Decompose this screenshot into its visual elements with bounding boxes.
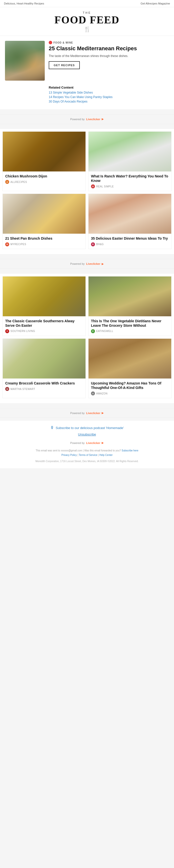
spacer-4 bbox=[0, 271, 174, 274]
source-label-amazon: AMAZON bbox=[96, 392, 108, 395]
tag-dot bbox=[49, 41, 52, 44]
powered-by-banner-2: Powered by Liveclicker ▶ bbox=[0, 259, 174, 269]
source-label-eatingwell: EATINGWELL bbox=[96, 330, 113, 333]
card-title-sheet-pan: 21 Sheet Pan Brunch Dishes bbox=[5, 236, 83, 241]
source-icon-realsimple: R bbox=[91, 184, 95, 188]
powered-arrow-2: ▶ bbox=[102, 262, 104, 266]
related-link-1[interactable]: 13 Simple Vegetable Side Dishes bbox=[49, 91, 169, 94]
spacer-3 bbox=[0, 254, 174, 256]
source-icon-southern-living: S bbox=[5, 329, 9, 333]
card-title-vegetable: This Is The One Vegetable Dietitians Nev… bbox=[91, 319, 169, 328]
top-nav: Delicious, Heart-Healthy Recipes Get All… bbox=[0, 0, 174, 7]
spacer-5 bbox=[0, 403, 174, 406]
source-icon-myrecipes: M bbox=[5, 242, 9, 246]
spacer-1 bbox=[0, 109, 174, 112]
header-the: THE bbox=[5, 11, 169, 14]
related-title: Related Content bbox=[49, 86, 169, 89]
subscribe-here-link[interactable]: Subscribe here bbox=[121, 449, 138, 452]
unsubscribe-link[interactable]: Unsubscribe bbox=[5, 433, 169, 436]
hero-description: The taste of the Mediterranean shines th… bbox=[49, 54, 169, 58]
powered-arrow-3: ▶ bbox=[102, 411, 104, 414]
card-source-chicken-mushroom: A ALLRECIPES bbox=[5, 180, 83, 184]
card-chicken-mushroom: Chicken Mushroom Dijon A ALLRECIPES bbox=[2, 131, 86, 191]
fork-icon: 🍴 bbox=[5, 26, 169, 33]
card-vegetable: This Is The One Vegetable Dietitians Nev… bbox=[88, 276, 172, 336]
help-center-link[interactable]: Help Center bbox=[99, 454, 113, 456]
site-title: FOOD FEED bbox=[5, 15, 169, 25]
card-image-easter-dinner bbox=[89, 194, 171, 234]
powered-by-label-1: Powered by bbox=[70, 118, 85, 121]
card-body-pineapple-casserole: The Classic Casserole Southerners Alway … bbox=[3, 316, 85, 336]
card-title-ranch-water: What Is Ranch Water? Everything You Need… bbox=[91, 174, 169, 183]
source-label-martha-stewart: MARTHA STEWART bbox=[10, 388, 35, 391]
card-image-sheet-pan bbox=[3, 194, 85, 234]
footer-email-note: This email was sent to xxxxxx@gmail.com … bbox=[36, 449, 121, 452]
spacer-2 bbox=[0, 126, 174, 129]
powered-by-label-2: Powered by bbox=[70, 262, 85, 265]
content-grid-section-1: Chicken Mushroom Dijon A ALLRECIPES What… bbox=[0, 129, 174, 254]
card-image-vegetable bbox=[89, 277, 171, 316]
privacy-policy-link[interactable]: Privacy Policy bbox=[61, 454, 77, 456]
card-sheet-pan: 21 Sheet Pan Brunch Dishes M MYRECIPES bbox=[2, 194, 86, 249]
top-nav-right-link[interactable]: Get Allrecipes Magazine bbox=[140, 2, 170, 5]
hero-tag: FOOD & WINE bbox=[49, 41, 169, 44]
powered-by-banner-1: Powered by Liveclicker ▶ bbox=[0, 114, 174, 124]
related-content-section: Related Content 13 Simple Vegetable Side… bbox=[0, 86, 174, 109]
card-source-pineapple-casserole: S SOUTHERN LIVING bbox=[5, 329, 83, 333]
source-label-realsimple: REAL SIMPLE bbox=[96, 185, 114, 188]
card-title-wedding: Upcoming Wedding? Amazon Has Tons Of Tho… bbox=[91, 381, 169, 390]
card-body-vegetable: This Is The One Vegetable Dietitians Nev… bbox=[89, 316, 171, 336]
terms-of-service-link[interactable]: Terms of Service bbox=[79, 454, 97, 456]
hero-content: FOOD & WINE 25 Classic Mediterranean Rec… bbox=[49, 41, 169, 73]
footer-powered-by: Powered by Liveclicker ▶ bbox=[5, 441, 169, 444]
source-icon-amazon: A bbox=[91, 392, 95, 396]
card-title-pineapple-casserole: The Classic Casserole Southerners Alway … bbox=[5, 319, 83, 328]
liveclicker-logo-3: Liveclicker bbox=[86, 412, 100, 414]
card-pineapple-casserole: The Classic Casserole Southerners Alway … bbox=[2, 276, 86, 336]
tag-label: FOOD & WINE bbox=[54, 41, 73, 44]
footer-address: Meredith Corporation, 1716 Locust Street… bbox=[5, 459, 169, 463]
card-image-wedding bbox=[89, 339, 171, 378]
footer-legal: This email was sent to xxxxxx@gmail.com … bbox=[5, 448, 169, 457]
card-wedding: Upcoming Wedding? Amazon Has Tons Of Tho… bbox=[88, 338, 172, 398]
card-grid-1: Chicken Mushroom Dijon A ALLRECIPES What… bbox=[2, 131, 172, 191]
get-recipes-button[interactable]: GET RECIPES bbox=[49, 61, 80, 69]
card-image-broccoli-casserole bbox=[3, 339, 85, 378]
related-link-3[interactable]: 30 Days Of Avocado Recipes bbox=[49, 100, 169, 103]
card-body-easter-dinner: 35 Delicious Easter Dinner Menus Ideas T… bbox=[89, 234, 171, 249]
source-icon-allrecipes: A bbox=[5, 180, 9, 184]
source-icon-eatingwell: E bbox=[91, 329, 95, 333]
source-label-myrecipes: MYRECIPES bbox=[10, 243, 26, 246]
card-source-easter-dinner: B BH&G bbox=[91, 242, 169, 246]
card-image-pineapple bbox=[3, 277, 85, 316]
related-link-2[interactable]: 14 Recipes You Can Make Using Pantry Sta… bbox=[49, 95, 169, 99]
podcast-text: Subscribe to our delicious podcast 'Home… bbox=[56, 426, 124, 430]
source-icon-martha-stewart: M bbox=[5, 387, 9, 391]
card-broccoli-casserole: Creamy Broccoli Casserole With Crackers … bbox=[2, 338, 86, 398]
podcast-link[interactable]: 🎙 Subscribe to our delicious podcast 'Ho… bbox=[5, 426, 169, 430]
powered-by-label-3: Powered by bbox=[70, 412, 85, 414]
card-easter-dinner: 35 Delicious Easter Dinner Menus Ideas T… bbox=[88, 194, 172, 249]
card-body-ranch-water: What Is Ranch Water? Everything You Need… bbox=[89, 172, 171, 191]
card-title-easter-dinner: 35 Delicious Easter Dinner Menus Ideas T… bbox=[91, 236, 169, 241]
card-grid-4: Creamy Broccoli Casserole With Crackers … bbox=[2, 338, 172, 398]
card-body-broccoli-casserole: Creamy Broccoli Casserole With Crackers … bbox=[3, 378, 85, 394]
card-body-chicken-mushroom: Chicken Mushroom Dijon A ALLRECIPES bbox=[3, 172, 85, 186]
card-title-chicken-mushroom: Chicken Mushroom Dijon bbox=[5, 174, 83, 179]
card-grid-3: The Classic Casserole Southerners Alway … bbox=[2, 276, 172, 336]
card-title-broccoli-casserole: Creamy Broccoli Casserole With Crackers bbox=[5, 381, 83, 385]
top-nav-left-link[interactable]: Delicious, Heart-Healthy Recipes bbox=[4, 2, 44, 5]
card-source-sheet-pan: M MYRECIPES bbox=[5, 242, 83, 246]
card-grid-2: 21 Sheet Pan Brunch Dishes M MYRECIPES 3… bbox=[2, 194, 172, 249]
hero-image bbox=[5, 41, 45, 81]
card-body-wedding: Upcoming Wedding? Amazon Has Tons Of Tho… bbox=[89, 378, 171, 398]
card-source-vegetable: E EATINGWELL bbox=[91, 329, 169, 333]
liveclicker-logo-2: Liveclicker bbox=[86, 262, 100, 265]
content-grid-section-2: The Classic Casserole Southerners Alway … bbox=[0, 274, 174, 403]
footer-liveclicker-logo: Liveclicker bbox=[86, 441, 100, 444]
site-header: THE FOOD FEED 🍴 bbox=[0, 7, 174, 36]
hero-title: 25 Classic Mediterranean Recipes bbox=[49, 45, 169, 52]
footer: 🎙 Subscribe to our delicious podcast 'Ho… bbox=[0, 420, 174, 468]
card-source-wedding: A AMAZON bbox=[91, 392, 169, 396]
card-image-chicken-mushroom bbox=[3, 132, 85, 172]
